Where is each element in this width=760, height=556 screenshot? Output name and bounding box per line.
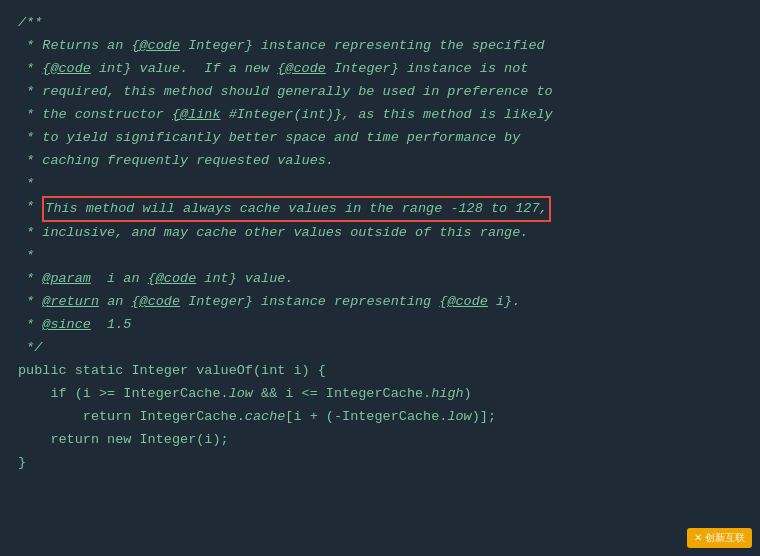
tag-code: {@code — [131, 35, 180, 58]
comment-text: * — [18, 245, 34, 268]
tag-param: @param — [42, 268, 91, 291]
code-line: /** — [18, 12, 742, 35]
comment-text: * Returns an — [18, 35, 131, 58]
code-text: if (i >= IntegerCache. — [18, 383, 229, 406]
watermark-icon: ✕ — [694, 532, 705, 543]
tag-link: {@link — [172, 104, 221, 127]
code-line-highlighted: * This method will always cache values i… — [18, 196, 742, 223]
comment-text: #Integer(int)}, — [221, 104, 351, 127]
comment-text: Integer} — [180, 291, 253, 314]
code-line: * — [18, 245, 742, 268]
code-line: * @since 1.5 — [18, 314, 742, 337]
code-line: return IntegerCache.cache[i + (-IntegerC… — [18, 406, 742, 429]
comment-text: * to yield significantly better space an… — [18, 127, 520, 150]
code-text: return IntegerCache. — [18, 406, 245, 429]
code-text: && i <= IntegerCache. — [253, 383, 431, 406]
comment-text: as this method is likely — [350, 104, 553, 127]
code-line: * inclusive, and may cache other values … — [18, 222, 742, 245]
comment-text: * required, this method should generally… — [18, 81, 553, 104]
code-text: ) — [464, 383, 472, 406]
code-text: )]; — [472, 406, 496, 429]
comment-text: instance representing — [253, 291, 439, 314]
highlighted-text: This method will always cache values in … — [42, 196, 550, 223]
code-line: if (i >= IntegerCache.low && i <= Intege… — [18, 383, 742, 406]
code-text: public static Integer valueOf(int i) { — [18, 360, 326, 383]
code-line: * to yield significantly better space an… — [18, 127, 742, 150]
comment-text: i an — [91, 268, 148, 291]
code-viewer: /** * Returns an {@code Integer} instanc… — [0, 0, 760, 487]
tag-return: @return — [42, 291, 99, 314]
comment-text: * — [18, 314, 42, 337]
comment-text: instance is not — [399, 58, 529, 81]
tag-code: {@code — [439, 291, 488, 314]
comment-text: * caching frequently requested values. — [18, 150, 334, 173]
watermark-badge: ✕ 创新互联 — [687, 528, 752, 548]
code-line: return new Integer(i); — [18, 429, 742, 452]
comment-text: instance representing the specified — [253, 35, 545, 58]
comment-text: * the constructor — [18, 104, 172, 127]
code-text: [i + (-IntegerCache. — [285, 406, 447, 429]
code-line: */ — [18, 337, 742, 360]
code-line: } — [18, 452, 742, 475]
tag-code: {@code — [42, 58, 91, 81]
code-line: * required, this method should generally… — [18, 81, 742, 104]
comment-text: value. If a new — [131, 58, 277, 81]
comment-text: * — [18, 173, 34, 196]
code-line: * — [18, 173, 742, 196]
tag-since: @since — [42, 314, 91, 337]
comment-text: /** — [18, 12, 42, 35]
code-line: * Returns an {@code Integer} instance re… — [18, 35, 742, 58]
code-italic: high — [431, 383, 463, 406]
comment-text: */ — [18, 337, 42, 360]
comment-text: 1.5 — [91, 314, 132, 337]
comment-text: an — [99, 291, 131, 314]
watermark-text: 创新互联 — [705, 532, 745, 543]
code-line: * caching frequently requested values. — [18, 150, 742, 173]
tag-code: {@code — [131, 291, 180, 314]
comment-text: i}. — [488, 291, 520, 314]
code-line: * the constructor {@link #Integer(int)},… — [18, 104, 742, 127]
comment-text: * — [18, 58, 42, 81]
tag-code: {@code — [148, 268, 197, 291]
comment-text: * — [18, 291, 42, 314]
code-text: } — [18, 452, 26, 475]
code-italic: low — [447, 406, 471, 429]
comment-text: value. — [237, 268, 294, 291]
code-line: * @return an {@code Integer} instance re… — [18, 291, 742, 314]
comment-text: * — [18, 268, 42, 291]
comment-text: Integer} — [180, 35, 253, 58]
code-italic: low — [229, 383, 253, 406]
code-line: * @param i an {@code int} value. — [18, 268, 742, 291]
comment-text: int} — [196, 268, 237, 291]
code-text: return new Integer(i); — [18, 429, 229, 452]
comment-text: int} — [91, 58, 132, 81]
code-italic: cache — [245, 406, 286, 429]
code-line: * {@code int} value. If a new {@code Int… — [18, 58, 742, 81]
comment-text: * inclusive, and may cache other values … — [18, 222, 528, 245]
tag-code: {@code — [277, 58, 326, 81]
code-line: public static Integer valueOf(int i) { — [18, 360, 742, 383]
comment-text: Integer} — [326, 58, 399, 81]
comment-text: * — [18, 196, 42, 223]
